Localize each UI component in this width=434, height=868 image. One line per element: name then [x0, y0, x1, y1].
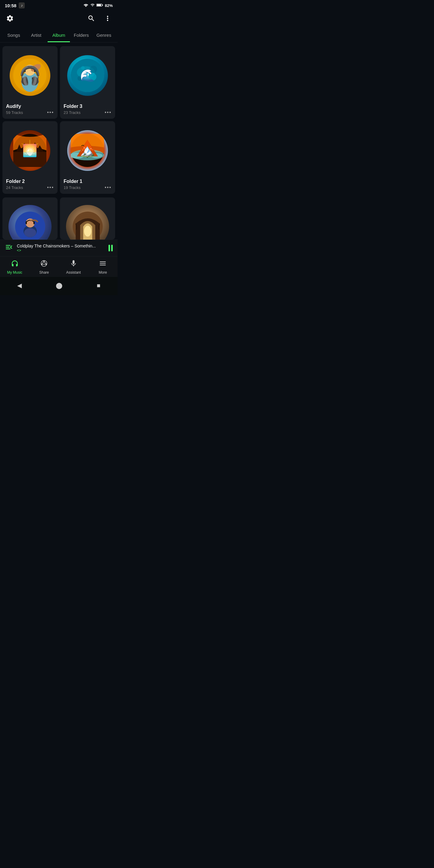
search-button[interactable] — [86, 13, 96, 25]
album-art-folder2 — [2, 121, 58, 176]
svg-point-47 — [43, 260, 44, 261]
nav-my-music[interactable]: My Music — [0, 256, 30, 277]
svg-point-15 — [78, 76, 82, 81]
album-more-folder3[interactable]: ••• — [104, 110, 112, 115]
album-grid: Audify 59 Tracks ••• — [0, 42, 118, 197]
back-button[interactable]: ◀ — [12, 281, 27, 290]
pause-button[interactable] — [108, 245, 113, 251]
system-navigation: ◀ ⬤ ■ — [0, 277, 118, 295]
svg-point-11 — [71, 59, 104, 92]
nav-more-label: More — [99, 270, 107, 275]
svg-rect-2 — [97, 4, 101, 6]
partial-album-row — [0, 197, 118, 240]
svg-rect-7 — [24, 68, 26, 72]
album-name-folder1: Folder 1 — [64, 179, 112, 184]
album-tracks-folder3: 23 Tracks — [64, 110, 81, 115]
svg-rect-9 — [32, 78, 34, 82]
album-name-audify: Audify — [6, 104, 54, 109]
album-info-folder3: Folder 3 23 Tracks ••• — [60, 101, 115, 115]
svg-rect-21 — [13, 152, 46, 167]
album-tracks-folder2: 24 Tracks — [6, 185, 23, 190]
recent-button[interactable]: ■ — [92, 281, 105, 290]
album-art-partial6 — [60, 197, 115, 240]
pause-bar-left — [108, 245, 110, 251]
queue-icon — [5, 243, 13, 253]
album-name-folder2: Folder 2 — [6, 179, 54, 184]
album-card-partial5[interactable] — [2, 197, 58, 240]
svg-line-36 — [85, 154, 87, 156]
navigation-tabs: Songs Artist Album Folders Genres — [0, 29, 118, 42]
status-time: 10:58 — [5, 3, 16, 8]
album-circle-folder1 — [67, 130, 108, 171]
menu-icon — [99, 259, 107, 269]
album-more-folder2[interactable]: ••• — [47, 185, 54, 190]
svg-point-20 — [24, 145, 35, 156]
header-action-icons — [86, 13, 113, 25]
album-more-audify[interactable]: ••• — [47, 110, 54, 115]
headphones-icon — [11, 259, 19, 269]
svg-point-13 — [84, 72, 96, 82]
album-card-folder2[interactable]: Folder 2 24 Tracks ••• — [2, 121, 58, 194]
album-tracks-audify: 59 Tracks — [6, 110, 23, 115]
now-playing-bar[interactable]: Coldplay The Chainsmokers – Somethin... … — [0, 240, 118, 256]
signal-icon — [90, 3, 95, 8]
album-info-audify: Audify 59 Tracks ••• — [2, 101, 58, 115]
svg-point-5 — [24, 65, 35, 76]
svg-point-19 — [26, 146, 34, 155]
album-circle-folder3 — [67, 55, 108, 96]
album-circle-folder2 — [10, 130, 50, 171]
album-art-folder3 — [60, 46, 115, 101]
album-more-folder1[interactable]: ••• — [104, 185, 112, 190]
svg-point-14 — [86, 71, 89, 77]
album-meta-audify: 59 Tracks ••• — [6, 110, 54, 115]
album-card-partial6[interactable] — [60, 197, 115, 240]
album-name-folder3: Folder 3 — [64, 104, 112, 109]
svg-point-45 — [84, 226, 91, 237]
battery-icon — [96, 3, 103, 8]
album-meta-folder3: 23 Tracks ••• — [64, 110, 112, 115]
album-circle-partial5 — [8, 205, 52, 240]
album-info-folder1: Folder 1 19 Tracks ••• — [60, 176, 115, 190]
album-art-partial5 — [2, 197, 58, 240]
svg-point-35 — [86, 154, 89, 158]
album-circle-audify — [10, 55, 50, 96]
svg-line-51 — [44, 262, 46, 264]
tab-genres[interactable]: Genres — [93, 29, 115, 42]
tab-folders[interactable]: Folders — [70, 29, 93, 42]
nav-assistant[interactable]: Assistant — [59, 256, 88, 277]
status-left: 10:58 ♪ — [5, 2, 25, 8]
album-meta-folder1: 19 Tracks ••• — [64, 185, 112, 190]
music-note-icon: ♪ — [19, 2, 25, 8]
album-art-folder1 — [60, 121, 115, 176]
battery-percent: 82% — [105, 3, 113, 8]
svg-rect-8 — [34, 68, 36, 72]
home-button[interactable]: ⬤ — [51, 281, 67, 290]
nav-more[interactable]: More — [88, 256, 118, 277]
status-bar: 10:58 ♪ 82% — [0, 0, 118, 10]
tab-artist[interactable]: Artist — [25, 29, 48, 42]
album-card-folder1[interactable]: Folder 1 19 Tracks ••• — [60, 121, 115, 194]
tab-album[interactable]: Album — [48, 29, 70, 42]
settings-button[interactable] — [5, 13, 15, 25]
album-circle-partial6 — [66, 205, 109, 240]
now-playing-artist: <> — [17, 248, 105, 253]
svg-rect-1 — [102, 4, 103, 6]
album-art-audify — [2, 46, 58, 101]
album-info-folder2: Folder 2 24 Tracks ••• — [2, 176, 58, 190]
album-card-folder3[interactable]: Folder 3 23 Tracks ••• — [60, 46, 115, 119]
svg-line-50 — [42, 262, 44, 264]
nav-share-label: Share — [39, 270, 49, 275]
app-header — [0, 10, 118, 29]
nav-share[interactable]: Share — [30, 256, 59, 277]
svg-line-27 — [34, 144, 38, 147]
album-card-audify[interactable]: Audify 59 Tracks ••• — [2, 46, 58, 119]
nav-assistant-label: Assistant — [66, 270, 81, 275]
tab-songs[interactable]: Songs — [2, 29, 25, 42]
svg-line-28 — [22, 144, 26, 147]
album-tracks-folder1: 19 Tracks — [64, 185, 81, 190]
svg-line-37 — [87, 154, 90, 156]
now-playing-title: Coldplay The Chainsmokers – Somethin... — [17, 244, 105, 248]
nav-my-music-label: My Music — [7, 270, 22, 275]
pause-bar-right — [111, 245, 113, 251]
more-options-button[interactable] — [102, 13, 113, 25]
